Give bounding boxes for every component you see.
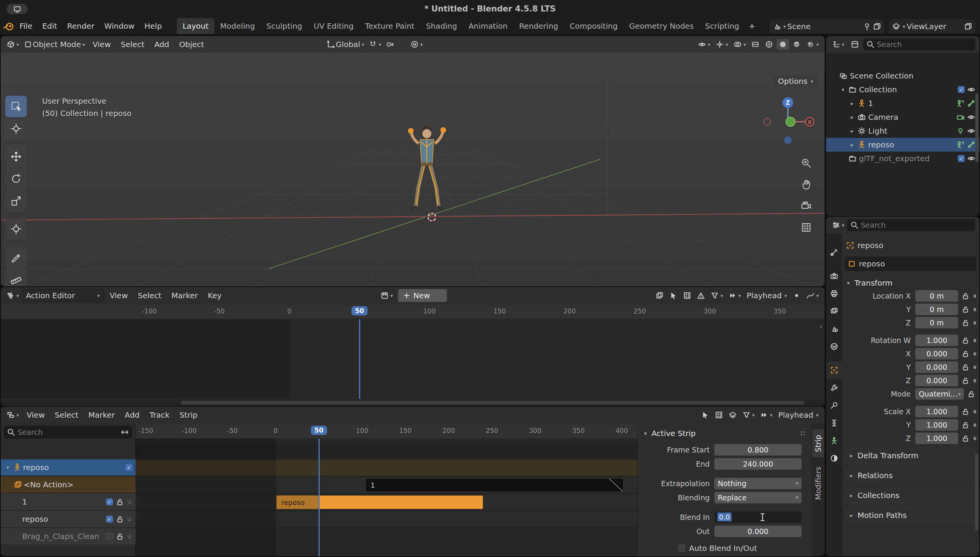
nla-track-reposo[interactable]: ▾reposo✓ — [1, 459, 136, 475]
pan-hand-icon[interactable] — [799, 178, 813, 191]
track-checkbox[interactable] — [106, 533, 113, 540]
zoom-icon[interactable] — [799, 156, 813, 170]
dopesheet-menu-view[interactable]: View — [105, 289, 133, 302]
workspace-tab-modeling[interactable]: Modeling — [214, 18, 261, 34]
playhead-dropdown[interactable]: Playhead▾ — [776, 409, 821, 421]
select-filter-button[interactable] — [667, 290, 679, 301]
properties-tab-output[interactable] — [826, 285, 842, 302]
rotate-tool-button[interactable] — [5, 168, 27, 189]
window-button[interactable] — [7, 4, 28, 14]
workspace-tab-uv-editing[interactable]: UV Editing — [308, 18, 359, 34]
outliner-row-gltf-not-exported[interactable]: glTF_not_exported✓ — [826, 152, 979, 165]
nla-timeline[interactable]: -150-100-50010015020025030035040050 1rep… — [136, 423, 637, 556]
outliner-display-mode-button[interactable] — [849, 39, 861, 50]
outliner-row-1[interactable]: ▸1 — [826, 96, 979, 110]
expand-icon[interactable]: ▸ — [848, 100, 856, 106]
solo-star-icon[interactable]: ☆ — [127, 516, 132, 523]
panel-header-relations[interactable]: ▸Relations — [844, 467, 976, 484]
dopesheet-menu-marker[interactable]: Marker — [167, 289, 203, 302]
menu-help[interactable]: Help — [139, 20, 167, 32]
dopesheet-menu-select[interactable]: Select — [133, 289, 167, 302]
scene-selector[interactable]: ▾ Scene — [769, 20, 884, 33]
decorator-dot[interactable] — [973, 410, 976, 413]
properties-tab-constraints[interactable] — [826, 414, 842, 432]
camera-view-icon[interactable] — [799, 199, 813, 213]
menu-edit[interactable]: Edit — [37, 20, 62, 32]
nla-menu-add[interactable]: Add — [120, 409, 145, 421]
blend-in-field[interactable]: 0.0 — [714, 511, 802, 523]
rotation-w-field[interactable]: 1.000 — [915, 335, 958, 346]
properties-tab-scene[interactable] — [826, 320, 842, 338]
menu-window[interactable]: Window — [99, 20, 139, 32]
horizontal-scrollbar[interactable] — [1, 400, 825, 406]
panel-header-collections[interactable]: ▸Collections — [844, 487, 976, 504]
outliner-row-scene-collection[interactable]: Scene Collection — [826, 69, 979, 83]
properties-editor-button[interactable]: ▾ — [830, 220, 846, 230]
expand-icon[interactable]: ▸ — [848, 114, 856, 120]
pin-icon[interactable] — [863, 22, 871, 31]
decorator-dot[interactable] — [973, 423, 976, 427]
nla-track-1[interactable]: 1✓☆ — [1, 494, 136, 510]
workspace-tab-rendering[interactable]: Rendering — [513, 18, 564, 34]
outliner-editor-button[interactable]: ▾ — [830, 39, 846, 50]
editor-mode-dropdown[interactable]: Action Editor▾ — [22, 289, 104, 302]
outliner-row-collection[interactable]: ▾Collection✓ — [826, 83, 979, 96]
scrollbar-handle[interactable] — [181, 401, 805, 405]
outliner-row-camera[interactable]: ▸Camera — [826, 110, 979, 124]
workspace-tab-animation[interactable]: Animation — [463, 18, 513, 34]
transform-panel-header[interactable]: ▾ Transform — [844, 276, 976, 290]
y-field[interactable]: 0.000 — [915, 361, 958, 373]
nla-search[interactable] — [4, 426, 132, 439]
keying-dot-button[interactable] — [791, 290, 803, 301]
filter-button[interactable]: ▾ — [740, 410, 757, 420]
decorator-dot[interactable] — [973, 294, 976, 298]
filter-button[interactable]: ▾ — [709, 290, 725, 301]
snap-grid-button[interactable] — [713, 410, 725, 420]
expand-width-icon[interactable] — [121, 428, 129, 436]
editor-type-button[interactable]: ▾ — [5, 39, 21, 50]
properties-tab-object[interactable] — [826, 361, 842, 379]
onion-skin-button[interactable] — [653, 290, 666, 301]
scale-tool-button[interactable] — [5, 190, 27, 212]
properties-tab-world[interactable] — [826, 338, 842, 355]
move-tool-button[interactable] — [5, 146, 27, 167]
cursor-tool-button[interactable] — [5, 118, 27, 139]
properties-tab-modifiers[interactable] — [826, 379, 842, 397]
gizmos-button[interactable]: ▾ — [714, 39, 730, 50]
sync-button[interactable]: ▾ — [758, 410, 774, 420]
mode-field[interactable]: Quaterni...▾ — [915, 388, 964, 400]
solo-star-icon[interactable]: ☆ — [127, 499, 132, 505]
sidebar-toggle-icon[interactable]: ‹ — [820, 322, 822, 330]
tab-strip[interactable]: Strip — [812, 430, 824, 457]
transform-tool-button[interactable] — [5, 218, 27, 240]
visibility-checkbox[interactable]: ✓ — [958, 155, 965, 162]
snap-target-button[interactable] — [384, 39, 396, 50]
workspace-tab-shading[interactable]: Shading — [420, 18, 463, 34]
decorator-dot[interactable] — [973, 379, 976, 382]
nla-search-input[interactable] — [18, 428, 118, 436]
scale-x-field[interactable]: 1.000 — [915, 406, 958, 417]
viewport-canvas[interactable]: User Perspective (50) Collection | repos… — [1, 53, 825, 286]
viewport-menu-add[interactable]: Add — [149, 38, 174, 51]
track-mute-checkbox[interactable]: ✓ — [126, 464, 132, 471]
navigation-gizmo[interactable]: Z X — [761, 95, 815, 149]
dopesheet-menu-key[interactable]: Key — [203, 289, 227, 302]
mode-dropdown[interactable]: Object Mode▾ — [22, 39, 87, 50]
overlays-button[interactable]: ▾ — [732, 39, 748, 50]
overlay-button[interactable] — [727, 410, 739, 420]
nla-menu-view[interactable]: View — [22, 409, 50, 421]
decorator-dot[interactable] — [973, 308, 976, 311]
workspace-tab-scripting[interactable]: Scripting — [699, 18, 745, 34]
menu-render[interactable]: Render — [62, 20, 99, 32]
playhead-line[interactable] — [359, 319, 360, 399]
workspace-tab-layout[interactable]: Layout — [177, 18, 214, 34]
nla-strip-1[interactable]: 1 — [366, 478, 623, 492]
solo-star-icon[interactable]: ☆ — [127, 533, 132, 540]
properties-tab-tool[interactable] — [826, 243, 842, 261]
add-workspace-button[interactable]: + — [745, 18, 759, 34]
panel-header-motion-paths[interactable]: ▸Motion Paths — [844, 507, 976, 524]
ortho-grid-icon[interactable] — [799, 221, 813, 234]
outliner-row-reposo[interactable]: ▸reposo — [826, 138, 979, 152]
decorator-dot[interactable] — [973, 321, 976, 325]
nla-ruler[interactable]: -150-100-50010015020025030035040050 — [136, 423, 637, 439]
